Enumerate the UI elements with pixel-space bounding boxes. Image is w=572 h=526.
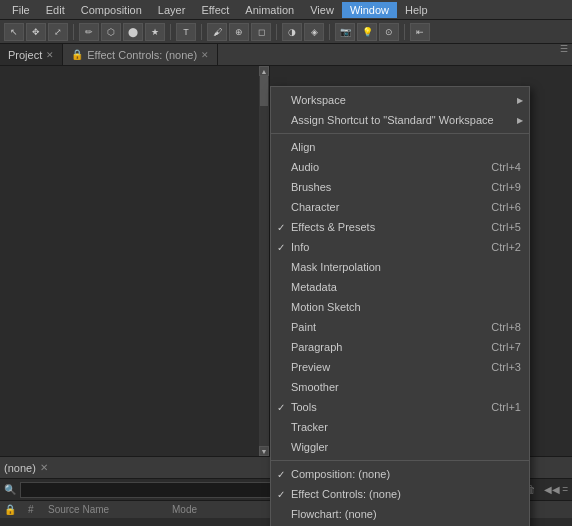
- tab-project[interactable]: Project ✕: [0, 44, 63, 65]
- toolbar-btn-eraser[interactable]: ◻: [251, 23, 271, 41]
- toolbar-separator-3: [201, 24, 202, 40]
- menu-item-character[interactable]: Character Ctrl+6: [271, 197, 529, 217]
- toolbar-btn-clone[interactable]: ⊕: [229, 23, 249, 41]
- toolbar-btn-puppet[interactable]: ◈: [304, 23, 324, 41]
- menu-item-wiggler[interactable]: Wiggler: [271, 437, 529, 457]
- brushes-shortcut: Ctrl+9: [491, 181, 521, 193]
- motion-sketch-label: Motion Sketch: [291, 301, 361, 313]
- transport-1[interactable]: ◀◀: [544, 484, 560, 495]
- toolbar-btn-brush[interactable]: 🖌: [207, 23, 227, 41]
- menu-item-flowchart[interactable]: Flowchart: (none): [271, 504, 529, 524]
- menu-item-motion-sketch[interactable]: Motion Sketch: [271, 297, 529, 317]
- project-panel-content: ▲ ▼: [0, 66, 269, 456]
- character-shortcut: Ctrl+6: [491, 201, 521, 213]
- menu-item-audio[interactable]: Audio Ctrl+4: [271, 157, 529, 177]
- menu-item-brushes[interactable]: Brushes Ctrl+9: [271, 177, 529, 197]
- menu-item-paragraph[interactable]: Paragraph Ctrl+7: [271, 337, 529, 357]
- toolbar-btn-roto[interactable]: ◑: [282, 23, 302, 41]
- scroll-track[interactable]: [259, 76, 269, 446]
- info-checkmark: ✓: [277, 242, 285, 253]
- transport-icons: ◀◀ =: [544, 484, 568, 495]
- toolbar-btn-1[interactable]: ↖: [4, 23, 24, 41]
- menu-composition[interactable]: Composition: [73, 2, 150, 18]
- toolbar-btn-2[interactable]: ✥: [26, 23, 46, 41]
- wiggler-label: Wiggler: [291, 441, 328, 453]
- audio-label: Audio: [291, 161, 319, 173]
- preview-label: Preview: [291, 361, 330, 373]
- toolbar-separator-5: [329, 24, 330, 40]
- menu-item-composition[interactable]: ✓ Composition: (none): [271, 464, 529, 484]
- toolbar-btn-pen[interactable]: ✏: [79, 23, 99, 41]
- tools-checkmark: ✓: [277, 402, 285, 413]
- window-menu-dropdown: Workspace Assign Shortcut to "Standard" …: [270, 86, 530, 526]
- paint-label: Paint: [291, 321, 316, 333]
- project-tab-close[interactable]: ✕: [46, 50, 54, 60]
- toolbar-separator-1: [73, 24, 74, 40]
- brushes-label: Brushes: [291, 181, 331, 193]
- toolbar-separator-2: [170, 24, 171, 40]
- preview-shortcut: Ctrl+3: [491, 361, 521, 373]
- hash-col-icon: #: [28, 504, 44, 515]
- mask-interpolation-label: Mask Interpolation: [291, 261, 381, 273]
- menu-section-workspace: Workspace Assign Shortcut to "Standard" …: [271, 87, 529, 134]
- menu-item-workspace[interactable]: Workspace: [271, 90, 529, 110]
- menu-window[interactable]: Window: [342, 2, 397, 18]
- menu-item-effects-presets[interactable]: ✓ Effects & Presets Ctrl+5: [271, 217, 529, 237]
- toolbar-btn-camera[interactable]: 📷: [335, 23, 355, 41]
- menu-item-align[interactable]: Align: [271, 137, 529, 157]
- toolbar-btn-4[interactable]: ⬡: [101, 23, 121, 41]
- project-panel: ▲ ▼: [0, 66, 270, 456]
- project-scrollbar[interactable]: ▲ ▼: [259, 66, 269, 456]
- menu-section-views: ✓ Composition: (none) ✓ Effect Controls:…: [271, 461, 529, 526]
- toolbar-btn-light[interactable]: 💡: [357, 23, 377, 41]
- toolbar-btn-5[interactable]: ⬤: [123, 23, 143, 41]
- paint-shortcut: Ctrl+8: [491, 321, 521, 333]
- paragraph-label: Paragraph: [291, 341, 342, 353]
- toolbar-btn-6[interactable]: ★: [145, 23, 165, 41]
- toolbar-btn-text[interactable]: T: [176, 23, 196, 41]
- panel-minimize[interactable]: ☰: [560, 44, 568, 65]
- info-label: Info: [291, 241, 309, 253]
- menu-effect[interactable]: Effect: [193, 2, 237, 18]
- transport-2[interactable]: =: [562, 484, 568, 495]
- project-tab-label: Project: [8, 49, 42, 61]
- source-name-col-header: Source Name: [48, 504, 168, 515]
- toolbar-btn-null[interactable]: ⊙: [379, 23, 399, 41]
- toolbar-separator-6: [404, 24, 405, 40]
- effect-controls-tab-label: Effect Controls: (none): [87, 49, 197, 61]
- menu-item-mask-interpolation[interactable]: Mask Interpolation: [271, 257, 529, 277]
- menu-item-preview[interactable]: Preview Ctrl+3: [271, 357, 529, 377]
- menu-item-assign-shortcut[interactable]: Assign Shortcut to "Standard" Workspace: [271, 110, 529, 130]
- menu-help[interactable]: Help: [397, 2, 436, 18]
- menu-layer[interactable]: Layer: [150, 2, 194, 18]
- paragraph-shortcut: Ctrl+7: [491, 341, 521, 353]
- toolbar: ↖ ✥ ⤢ ✏ ⬡ ⬤ ★ T 🖌 ⊕ ◻ ◑ ◈ 📷 💡 ⊙ ⇤: [0, 20, 572, 44]
- scroll-up-arrow[interactable]: ▲: [259, 66, 269, 76]
- menu-item-tools[interactable]: ✓ Tools Ctrl+1: [271, 397, 529, 417]
- menu-item-tracker[interactable]: Tracker: [271, 417, 529, 437]
- toolbar-btn-snap[interactable]: ⇤: [410, 23, 430, 41]
- tab-effect-controls[interactable]: 🔒 Effect Controls: (none) ✕: [63, 44, 218, 65]
- toolbar-btn-3[interactable]: ⤢: [48, 23, 68, 41]
- menu-item-paint[interactable]: Paint Ctrl+8: [271, 317, 529, 337]
- menu-view[interactable]: View: [302, 2, 342, 18]
- effect-controls-checkmark: ✓: [277, 489, 285, 500]
- align-label: Align: [291, 141, 315, 153]
- scroll-thumb[interactable]: [260, 76, 268, 106]
- panel-headers: Project ✕ 🔒 Effect Controls: (none) ✕ ☰: [0, 44, 572, 66]
- effects-checkmark: ✓: [277, 222, 285, 233]
- composition-label: Composition: (none): [291, 468, 390, 480]
- menu-item-smoother[interactable]: Smoother: [271, 377, 529, 397]
- effect-controls-tab-close[interactable]: ✕: [201, 50, 209, 60]
- tools-label: Tools: [291, 401, 317, 413]
- menu-item-effect-controls[interactable]: ✓ Effect Controls: (none): [271, 484, 529, 504]
- menu-file[interactable]: File: [4, 2, 38, 18]
- menu-section-panels: Align Audio Ctrl+4 Brushes Ctrl+9 Charac…: [271, 134, 529, 461]
- footer-close[interactable]: ✕: [40, 462, 48, 473]
- menu-item-info[interactable]: ✓ Info Ctrl+2: [271, 237, 529, 257]
- lock-col-icon: 🔒: [4, 504, 24, 515]
- menu-item-metadata[interactable]: Metadata: [271, 277, 529, 297]
- menu-animation[interactable]: Animation: [237, 2, 302, 18]
- scroll-down-arrow[interactable]: ▼: [259, 446, 269, 456]
- menu-edit[interactable]: Edit: [38, 2, 73, 18]
